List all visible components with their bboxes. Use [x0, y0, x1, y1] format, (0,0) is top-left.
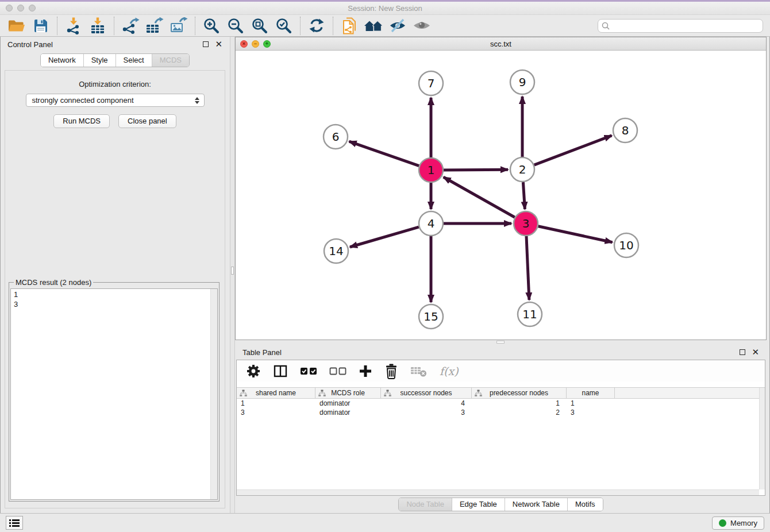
tab-mcds[interactable]: MCDS	[152, 54, 189, 67]
graph-node-9[interactable]: 9	[510, 70, 534, 94]
task-history-button[interactable]	[6, 516, 23, 530]
result-scrollbar[interactable]	[210, 289, 217, 499]
table-tabs: Node TableEdge TableNetwork TableMotifs	[398, 498, 603, 511]
graph-node-10[interactable]: 10	[614, 233, 638, 257]
mcds-result-text[interactable]: 1 3	[10, 288, 218, 500]
vertical-splitter[interactable]	[230, 37, 235, 513]
split-panel-icon	[273, 364, 288, 379]
mcds-result-fieldset: MCDS result (2 nodes) 1 3	[9, 282, 220, 502]
toolbar-separator	[300, 17, 301, 35]
table-vertical-scrollbar[interactable]	[759, 388, 765, 489]
graph-edge-2-8[interactable]	[534, 136, 612, 165]
close-panel-icon[interactable]: ✕	[215, 41, 222, 47]
eye-icon	[413, 19, 431, 32]
column-header-MCDS-role[interactable]: MCDS role	[315, 388, 381, 398]
graph-node-14[interactable]: 14	[324, 239, 348, 263]
maximize-view-button[interactable]: +	[263, 40, 271, 48]
export-network-button[interactable]	[118, 16, 143, 36]
node-label: 15	[424, 310, 438, 323]
graph-edge-1-6[interactable]	[349, 141, 419, 166]
table-tab-edge-table[interactable]: Edge Table	[452, 498, 505, 511]
right-column: × − + scc.txt 7968124314101511	[235, 37, 767, 513]
column-header-name[interactable]: name	[567, 388, 615, 398]
minimize-window-button[interactable]	[17, 5, 24, 11]
node-label: 2	[519, 163, 526, 176]
run-mcds-button[interactable]: Run MCDS	[53, 114, 110, 128]
delete-column-button[interactable]	[384, 363, 398, 379]
float-panel-icon[interactable]	[203, 41, 209, 47]
zoom-fit-button[interactable]	[248, 16, 272, 36]
new-network-from-selection-button[interactable]	[337, 16, 361, 36]
mcds-result-title: MCDS result (2 nodes)	[14, 278, 93, 287]
close-view-button[interactable]: ×	[240, 40, 248, 48]
open-file-button[interactable]	[5, 16, 29, 36]
minimize-view-button[interactable]: −	[252, 40, 259, 48]
close-window-button[interactable]	[6, 5, 13, 11]
table-tab-network-table[interactable]: Network Table	[505, 498, 567, 511]
save-session-button[interactable]	[29, 16, 53, 36]
network-canvas[interactable]: 7968124314101511	[236, 51, 766, 340]
graph-edge-4-14[interactable]	[350, 227, 419, 247]
graph-node-11[interactable]: 11	[518, 302, 542, 326]
tab-network[interactable]: Network	[41, 54, 83, 67]
show-graphics-details-button[interactable]	[410, 16, 434, 36]
close-panel-icon[interactable]: ✕	[752, 349, 759, 355]
tab-style[interactable]: Style	[83, 54, 116, 67]
zoom-window-button[interactable]	[29, 5, 36, 11]
column-header-successor-nodes[interactable]: successor nodes	[381, 388, 472, 398]
graph-edge-2-3[interactable]	[523, 182, 525, 209]
import-network-button[interactable]	[61, 16, 86, 36]
graph-edge-3-10[interactable]	[538, 226, 613, 242]
graph-node-15[interactable]: 15	[419, 304, 443, 329]
graph-node-4[interactable]: 4	[419, 211, 443, 236]
graph-edge-3-1[interactable]	[444, 177, 515, 217]
splitter-grip[interactable]	[496, 341, 505, 344]
memory-label: Memory	[730, 519, 757, 527]
graph-node-2[interactable]: 2	[510, 157, 534, 182]
list-icon	[9, 518, 20, 528]
deselect-all-button[interactable]	[329, 366, 346, 376]
column-header-shared-name[interactable]: shared name	[237, 388, 315, 398]
function-builder-button[interactable]: f(x)	[440, 365, 459, 377]
graph-node-1[interactable]: 1	[419, 158, 443, 182]
splitter-grip[interactable]	[231, 267, 234, 275]
hide-graphics-details-button[interactable]	[386, 16, 410, 36]
zoom-out-button[interactable]	[224, 16, 248, 36]
refresh-layout-button[interactable]	[305, 16, 329, 36]
graph-edge-3-11[interactable]	[526, 236, 529, 300]
graph-node-3[interactable]: 3	[514, 211, 538, 236]
show-column-button[interactable]	[273, 364, 288, 379]
node-label: 6	[332, 130, 340, 144]
export-network-icon	[121, 17, 140, 34]
table-tab-node-table[interactable]: Node Table	[399, 498, 452, 511]
close-panel-button[interactable]: Close panel	[118, 114, 176, 128]
graph-node-8[interactable]: 8	[613, 118, 637, 142]
graph-edge-1-2[interactable]	[444, 169, 508, 170]
table-tabs-row: Node TableEdge TableNetwork TableMotifs	[235, 496, 767, 513]
zoom-selected-button[interactable]	[272, 16, 296, 36]
graph-node-6[interactable]: 6	[324, 125, 348, 149]
table-row[interactable]: 1dominator411	[237, 399, 765, 408]
criterion-select[interactable]: strongly connected component	[26, 94, 205, 107]
table-row[interactable]: 3dominator323	[237, 408, 765, 417]
horizontal-splitter[interactable]	[235, 340, 767, 345]
table-tab-motifs[interactable]: Motifs	[567, 498, 603, 511]
float-panel-icon[interactable]	[740, 349, 745, 355]
home-button[interactable]	[361, 16, 386, 36]
zoom-in-button[interactable]	[199, 16, 224, 36]
table-horizontal-scrollbar[interactable]	[237, 489, 759, 495]
table-settings-button[interactable]	[246, 364, 261, 379]
export-image-button[interactable]	[167, 16, 191, 36]
import-table-button[interactable]	[86, 16, 110, 36]
select-all-button[interactable]	[300, 366, 317, 376]
add-column-button[interactable]	[359, 364, 372, 378]
memory-button[interactable]: Memory	[712, 516, 764, 530]
graph-node-7[interactable]: 7	[419, 71, 443, 95]
export-image-icon	[170, 17, 188, 34]
tab-select[interactable]: Select	[116, 54, 152, 67]
export-table-button[interactable]	[143, 16, 167, 36]
delete-table-button[interactable]	[410, 365, 428, 377]
node-label: 8	[622, 124, 629, 137]
search-input[interactable]	[598, 19, 763, 33]
column-header-predecessor-nodes[interactable]: predecessor nodes	[472, 388, 567, 398]
